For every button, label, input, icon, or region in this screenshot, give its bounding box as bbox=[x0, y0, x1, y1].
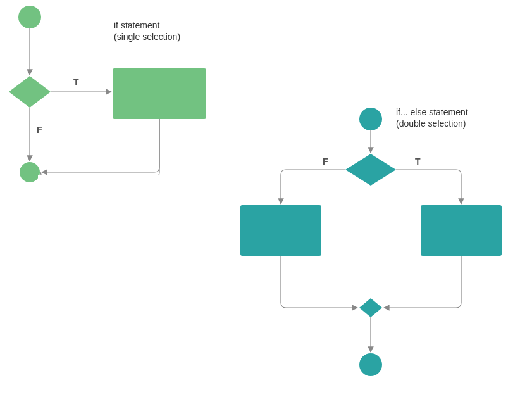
svg-rect-0 bbox=[38, 175, 164, 181]
right-title-line2: (double selection) bbox=[396, 118, 466, 129]
edge-true-to-process bbox=[396, 170, 461, 204]
process-node bbox=[113, 68, 206, 119]
edge-left-to-merge bbox=[281, 256, 357, 308]
start-node bbox=[18, 6, 41, 28]
false-edge-label: F bbox=[37, 125, 42, 135]
true-process-node bbox=[421, 205, 502, 256]
start-node bbox=[359, 108, 382, 130]
if-else-double-selection-diagram: if... else statement (double selection) … bbox=[240, 107, 502, 376]
flowchart-canvas: if statement (single selection) T F if..… bbox=[0, 0, 532, 397]
merge-node bbox=[359, 298, 382, 317]
edge-right-to-merge bbox=[384, 256, 461, 308]
end-node bbox=[359, 353, 382, 376]
edge-process-to-end bbox=[40, 119, 159, 177]
if-single-selection-diagram: if statement (single selection) T F bbox=[9, 6, 206, 182]
right-title-line1: if... else statement bbox=[396, 107, 468, 117]
left-title-line2: (single selection) bbox=[114, 32, 180, 42]
decision-node bbox=[345, 154, 396, 186]
edge-false-to-process bbox=[281, 170, 345, 204]
true-edge-label: T bbox=[73, 77, 79, 87]
true-edge-label: T bbox=[415, 156, 421, 167]
decision-node bbox=[9, 76, 51, 108]
false-edge-label: F bbox=[323, 156, 328, 167]
edge-process-to-end-arrow bbox=[42, 119, 159, 172]
left-title-line1: if statement bbox=[114, 20, 159, 30]
end-node bbox=[20, 162, 40, 182]
false-process-node bbox=[240, 205, 321, 256]
